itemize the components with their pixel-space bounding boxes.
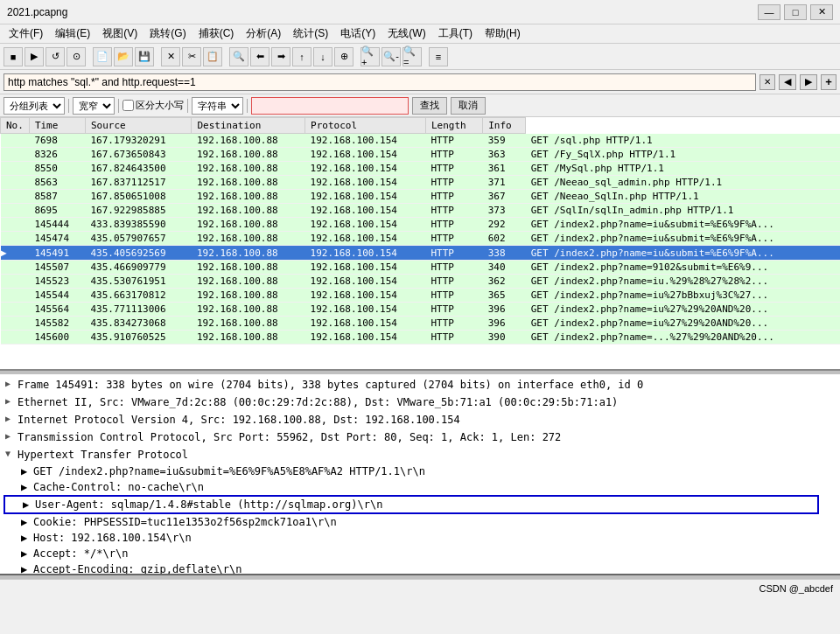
row-arrow xyxy=(1,275,30,289)
cell-source: 192.168.100.88 xyxy=(192,275,305,289)
packet-list[interactable]: No.TimeSourceDestinationProtocolLengthIn… xyxy=(0,117,840,371)
detail-line[interactable]: ▶Transmission Control Protocol, Src Port… xyxy=(4,428,836,446)
table-row[interactable]: 7698167.179320291192.168.100.88192.168.1… xyxy=(1,134,841,148)
sub-expand-icon: ▶ xyxy=(21,514,33,530)
toolbar-btn-13[interactable]: ➡ xyxy=(271,47,290,66)
detail-text: Internet Protocol Version 4, Src: 192.16… xyxy=(18,412,460,428)
table-row[interactable]: 8550167.824643500192.168.100.88192.168.1… xyxy=(1,162,841,176)
group-dropdown[interactable]: 分组列表 xyxy=(4,97,65,115)
cell-info: GET /MySql.php HTTP/1.1 xyxy=(526,162,840,176)
toolbar-btn-5[interactable]: 📄 xyxy=(93,47,112,66)
type-dropdown[interactable]: 字符串 xyxy=(192,97,243,115)
col-header-source[interactable]: Source xyxy=(85,118,191,134)
detail-line[interactable]: ▶Frame 145491: 338 bytes on wire (2704 b… xyxy=(4,376,836,394)
detail-sub-line[interactable]: ▶Accept: */*\r\n xyxy=(4,546,836,561)
minimize-button[interactable]: — xyxy=(758,4,780,20)
table-row[interactable]: 145564435.771113006192.168.100.88192.168… xyxy=(1,303,841,317)
col-header-no.[interactable]: No. xyxy=(1,118,30,134)
menu-item-H[interactable]: 帮助(H) xyxy=(480,25,526,42)
table-row[interactable]: 145474435.057907657192.168.100.88192.168… xyxy=(1,232,841,246)
menu-item-E[interactable]: 编辑(E) xyxy=(50,25,95,42)
toolbar-btn-11[interactable]: 🔍 xyxy=(229,47,248,66)
toolbar-btn-6[interactable]: 📂 xyxy=(114,47,133,66)
close-button[interactable]: ✕ xyxy=(810,4,833,20)
toolbar-btn-15[interactable]: ↓ xyxy=(313,47,332,66)
table-row[interactable]: ▶145491435.405692569192.168.100.88192.16… xyxy=(1,246,841,261)
detail-sub-line[interactable]: ▶Host: 192.168.100.154\r\n xyxy=(4,530,836,546)
toolbar-btn-16[interactable]: ⊕ xyxy=(334,47,354,66)
menu-item-S[interactable]: 统计(S) xyxy=(288,25,333,42)
cell-destination: 192.168.100.154 xyxy=(305,204,426,218)
toolbar-btn-7[interactable]: 💾 xyxy=(135,47,154,66)
col-header-protocol[interactable]: Protocol xyxy=(305,118,426,134)
col-header-info[interactable]: Info xyxy=(483,118,526,134)
filter-input[interactable] xyxy=(4,73,756,91)
cell-info: GET /index2.php?name=iu.%29%28%27%28%2..… xyxy=(526,275,840,289)
cell-time: 435.910760525 xyxy=(85,331,191,345)
toolbar-btn-1[interactable]: ■ xyxy=(4,47,23,66)
toolbar-btn-8[interactable]: ✕ xyxy=(161,47,180,66)
detail-text: Frame 145491: 338 bytes on wire (2704 bi… xyxy=(18,377,643,393)
toolbar-btn-20[interactable]: ≡ xyxy=(429,47,448,66)
table-row[interactable]: 145444433.839385590192.168.100.88192.168… xyxy=(1,218,841,232)
table-row[interactable]: 145600435.910760525192.168.100.88192.168… xyxy=(1,331,841,345)
toolbar-btn-17[interactable]: 🔍+ xyxy=(360,47,380,66)
table-row[interactable]: 8587167.850651008192.168.100.88192.168.1… xyxy=(1,190,841,204)
toolbar-btn-18[interactable]: 🔍- xyxy=(382,47,401,66)
menu-item-W[interactable]: 无线(W) xyxy=(382,25,430,42)
filter-back-button[interactable]: ◀ xyxy=(779,74,796,90)
toolbar-btn-2[interactable]: ▶ xyxy=(24,47,44,66)
maximize-button[interactable]: □ xyxy=(784,4,807,20)
table-row[interactable]: 145523435.530761951192.168.100.88192.168… xyxy=(1,275,841,289)
menu-item-T[interactable]: 工具(T) xyxy=(433,25,478,42)
menu-item-Y[interactable]: 电话(Y) xyxy=(335,25,381,42)
detail-line[interactable]: ▼Hypertext Transfer Protocol xyxy=(4,446,836,463)
cell-info: GET /Neeao_SqlIn.php HTTP/1.1 xyxy=(526,190,840,204)
detail-sub-line[interactable]: ▶Cookie: PHPSESSID=tuc11e1353o2f56sp2mck… xyxy=(4,514,836,530)
detail-line[interactable]: ▶Ethernet II, Src: VMware_7d:2c:88 (00:0… xyxy=(4,394,836,411)
cancel-button[interactable]: 取消 xyxy=(451,97,486,115)
toolbar-btn-9[interactable]: ✂ xyxy=(182,47,201,66)
toolbar-btn-12[interactable]: ⬅ xyxy=(250,47,270,66)
menu-item-G[interactable]: 跳转(G) xyxy=(144,25,191,42)
find-button[interactable]: 查找 xyxy=(412,97,447,115)
toolbar-btn-10[interactable]: 📋 xyxy=(203,47,222,66)
table-row[interactable]: 8326167.673650843192.168.100.88192.168.1… xyxy=(1,148,841,162)
detail-sub-line[interactable]: ▶GET /index2.php?name=iu&submit=%E6%9F%A… xyxy=(4,463,836,479)
filter-add-button[interactable]: + xyxy=(821,74,836,90)
col-header-destination[interactable]: Destination xyxy=(192,118,305,134)
toolbar-btn-19[interactable]: 🔍= xyxy=(402,47,422,66)
case-sensitive-label[interactable]: 区分大小写 xyxy=(122,99,184,112)
detail-line[interactable]: ▶Internet Protocol Version 4, Src: 192.1… xyxy=(4,411,836,428)
toolbar-btn-4[interactable]: ⊙ xyxy=(66,47,86,66)
menu-item-A[interactable]: 分析(A) xyxy=(241,25,286,42)
table-row[interactable]: 145507435.466909779192.168.100.88192.168… xyxy=(1,261,841,275)
detail-sub-line[interactable]: ▶User-Agent: sqlmap/1.4.8#stable (http:/… xyxy=(4,495,819,514)
cell-length: 340 xyxy=(483,261,526,275)
cell-destination: 192.168.100.154 xyxy=(305,134,426,148)
case-sensitive-checkbox[interactable] xyxy=(122,100,134,111)
cell-time: 167.673650843 xyxy=(85,148,191,162)
row-arrow xyxy=(1,162,30,176)
table-row[interactable]: 145582435.834273068192.168.100.88192.168… xyxy=(1,317,841,331)
toolbar-btn-3[interactable]: ↺ xyxy=(46,47,65,66)
expand-icon: ▶ xyxy=(5,377,18,390)
menu-item-C[interactable]: 捕获(C) xyxy=(193,25,240,42)
col-header-time[interactable]: Time xyxy=(29,118,85,134)
menu-item-V[interactable]: 视图(V) xyxy=(97,25,143,42)
table-row[interactable]: 145544435.663170812192.168.100.88192.168… xyxy=(1,289,841,303)
detail-pane[interactable]: ▶Frame 145491: 338 bytes on wire (2704 b… xyxy=(0,374,840,575)
search-input[interactable] xyxy=(251,97,409,115)
filter-forward-button[interactable]: ▶ xyxy=(800,74,817,90)
menu-item-F[interactable]: 文件(F) xyxy=(4,25,48,42)
detail-sub-line[interactable]: ▶Accept-Encoding: gzip,deflate\r\n xyxy=(4,561,836,575)
detail-sub-text: GET /index2.php?name=iu&submit=%E6%9F%A5… xyxy=(33,465,425,477)
toolbar-btn-14[interactable]: ↑ xyxy=(292,47,312,66)
table-row[interactable]: 8695167.922985885192.168.100.88192.168.1… xyxy=(1,204,841,218)
table-row[interactable]: 8563167.837112517192.168.100.88192.168.1… xyxy=(1,176,841,190)
filter-clear-button[interactable]: ✕ xyxy=(760,74,775,90)
detail-sub-line[interactable]: ▶Cache-Control: no-cache\r\n xyxy=(4,479,836,495)
cell-source: 192.168.100.88 xyxy=(192,289,305,303)
width-dropdown[interactable]: 宽窄 xyxy=(73,97,115,115)
col-header-length[interactable]: Length xyxy=(425,118,482,134)
